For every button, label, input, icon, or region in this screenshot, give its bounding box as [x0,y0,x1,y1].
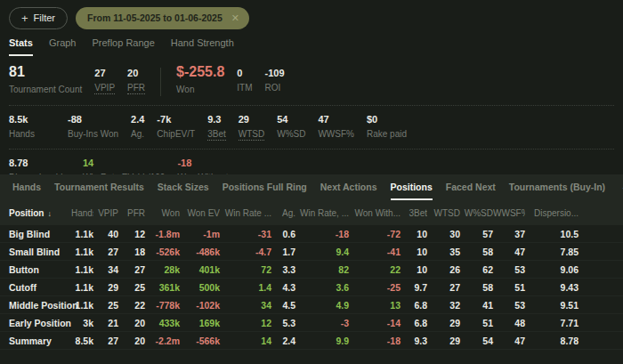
table-row-big-blind[interactable]: Big Blind1.1k4012-1.8m-1m-310.6-18-72103… [0,225,623,243]
stats-row-2: 8.5kHands-88Buy-Ins Won2.4Ag.-7kChipEV/T… [9,106,614,150]
column-header-position[interactable]: Position↓ [9,208,71,218]
cell-win-rate: 1.4 [220,282,271,293]
column-header-win-rate[interactable]: Win Rate ... [220,208,271,218]
cell-position: Small Blind [9,247,71,257]
close-icon[interactable]: ✕ [231,12,239,24]
report-tab-faced-next[interactable]: Faced Next [446,174,496,200]
report-tab-tournaments-buy-in[interactable]: Tournaments (Buy-In) [509,174,605,200]
cell-win-rate: -4.7 [220,247,271,257]
column-header-wtsd[interactable]: WTSD [427,208,460,218]
report-tab-hands[interactable]: Hands [12,174,41,200]
stat-hands: 8.5kHands [9,114,55,141]
column-header-win-rate[interactable]: Win Rate, ... [295,208,349,218]
stat-label: VPIP [94,82,115,94]
cell-win-rate: 3.6 [295,282,349,293]
report-tab-positions-full-ring[interactable]: Positions Full Ring [222,174,307,200]
tab-preflop-range[interactable]: Preflop Range [92,37,154,56]
cell-won-with: -18 [349,336,400,346]
column-header-won[interactable]: Won [145,208,180,218]
stat-value: $0 [367,114,407,125]
report-tab-stack-sizes[interactable]: Stack Sizes [158,174,209,200]
cell-wwsf: 37 [493,229,525,239]
column-header-w-sd[interactable]: W%SD [460,208,493,218]
cell-w-sd: 62 [460,264,493,275]
stat-value: 2.4 [131,114,144,125]
column-header-vpip[interactable]: VPIP [93,208,118,218]
cell-dispersio: 7.85 [525,247,578,257]
cell-ag: 4.3 [271,282,295,293]
stat-value: -88 [68,114,118,125]
column-header-won-with[interactable]: Won With... [349,208,400,218]
filter-bar: + Filter From 11-05-2025 to 01-06-2025 ✕ [0,0,623,29]
column-header-wwsf[interactable]: WWSF% [493,208,525,218]
cell-pfr: 12 [118,229,145,239]
cell-dispersio: 9.43 [525,282,578,293]
cell-won-ev: 401k [180,264,220,275]
cell-wtsd: 27 [427,282,460,293]
cell-won: 28k [145,264,180,275]
report-tab-next-actions[interactable]: Next Actions [320,174,377,200]
report-tabs: HandsTournament ResultsStack SizesPositi… [0,174,623,200]
cell-position: Big Blind [9,229,71,239]
stat-value: 81 [9,64,82,80]
column-header-won-ev[interactable]: Won EV [180,208,220,218]
column-header-3bet[interactable]: 3Bet [400,208,427,218]
stat-label: ITM [237,82,252,94]
cell-ag: 4.5 [271,300,295,311]
cell-3bet: 10 [400,247,427,257]
cell-w-sd: 58 [460,247,493,257]
cell-win-rate: -18 [295,229,349,239]
cell-hands: 1.1k [71,229,93,239]
cell-wtsd: 29 [427,318,460,328]
filter-button[interactable]: + Filter [9,7,68,29]
stat-label-tooltip[interactable]: PFR [127,83,145,94]
stat-label: ChipEV/T [157,128,195,141]
table-row-button[interactable]: Button1.1k342728k401k723.38222102662539.… [0,261,623,279]
report-tab-tournament-results[interactable]: Tournament Results [54,174,144,200]
tab-hand-strength[interactable]: Hand Strength [171,37,234,56]
add-tab-button[interactable]: + [619,181,623,195]
cell-win-rate: 72 [220,264,271,275]
column-header-hands[interactable]: Hands [71,208,93,218]
cell-wtsd: 32 [427,300,460,311]
cell-won: -2.2m [145,336,180,346]
cell-hands: 3k [71,318,93,328]
cell-wwsf: 47 [493,247,525,257]
stat-label-tooltip[interactable]: WTSD [239,129,264,141]
stat-label-tooltip[interactable]: VPIP [94,83,115,94]
report-tab-positions[interactable]: Positions [391,174,433,200]
cell-vpip: 40 [93,229,118,239]
column-header-ag[interactable]: Ag. [271,208,295,218]
cell-3bet: 6.8 [400,300,427,311]
stat-rake-paid: $0Rake paid [367,114,407,141]
cell-dispersio: 9.51 [525,300,578,311]
table-row-middle-position[interactable]: Middle Position1.1k2522-778k-102k344.54.… [0,296,623,314]
stat-label-tooltip[interactable]: 3Bet [207,129,226,141]
tab-graph[interactable]: Graph [49,37,77,56]
table-row-early-position[interactable]: Early Position3k2120433k169k125.3-3-146.… [0,314,623,332]
tab-stats[interactable]: Stats [9,37,33,56]
stat-value: 29 [239,114,264,125]
table-row-cutoff[interactable]: Cutoff1.1k2925361k500k1.44.33.6-259.7275… [0,279,623,296]
cell-3bet: 9.3 [400,336,427,346]
cell-win-rate: 9.4 [295,247,349,257]
table-body: Big Blind1.1k4012-1.8m-1m-310.6-18-72103… [0,225,623,350]
report-band: HandsTournament ResultsStack SizesPositi… [0,174,623,225]
cell-ag: 5.3 [271,318,295,328]
stat-label: WWSF% [318,128,354,141]
column-header-dispersio[interactable]: Dispersio... [525,208,578,218]
date-range-chip[interactable]: From 11-05-2025 to 01-06-2025 ✕ [76,7,249,29]
cell-won-ev: -1m [180,229,220,239]
column-header-pfr[interactable]: PFR [118,208,145,218]
table-row-small-blind[interactable]: Small Blind1.1k2718-526k-486k-4.71.79.4-… [0,243,623,261]
cell-w-sd: 41 [460,300,493,311]
table-row-summary[interactable]: Summary8.5k2720-2.2m-566k142.49.9-189.32… [0,332,623,350]
cell-hands: 1.1k [71,300,93,311]
cell-wtsd: 35 [427,247,460,257]
cell-dispersio: 10.5 [525,229,578,239]
cell-vpip: 27 [93,336,118,346]
cell-ag: 1.7 [271,247,295,257]
cell-dispersio: 8.78 [525,336,578,346]
cell-win-rate: 34 [220,300,271,311]
stat-value: -109 [265,68,285,78]
